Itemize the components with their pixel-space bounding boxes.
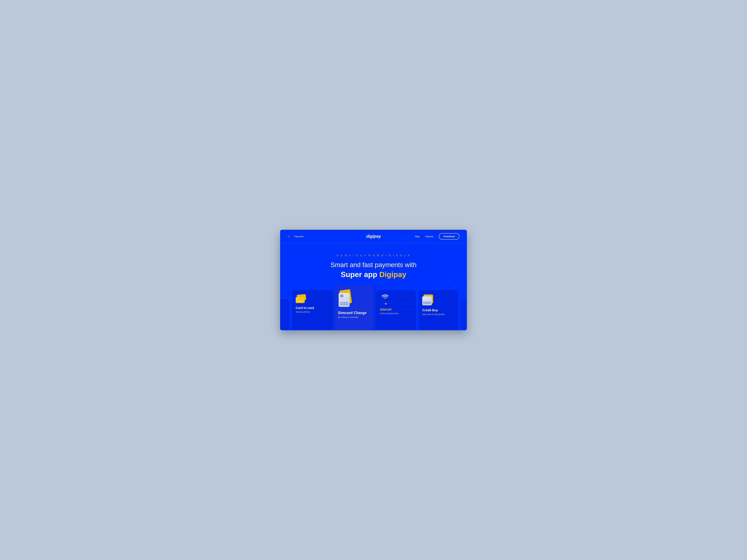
nav-download-button[interactable]: Download: [439, 233, 459, 240]
card-subtitle-simcard-charge: By setting a reminder: [338, 316, 358, 318]
service-label: S e r v i c e f r o m D I G I K a l a: [286, 254, 461, 257]
card-title-card-to-card: Card to card: [296, 306, 314, 310]
credit-card-icon: [296, 294, 307, 303]
service-card-simcard-charge[interactable]: Simcard Charge By setting a reminder: [334, 285, 374, 330]
service-card-internet[interactable]: Internet in the shortest time: [376, 290, 416, 330]
nav-right: Mag Reports Download: [415, 233, 459, 240]
card-partial-right: [461, 299, 467, 330]
hero-title: Super app Digipay: [286, 270, 461, 279]
service-card-credit-buy[interactable]: Credit Buy easy loan to buy goods: [418, 290, 458, 330]
nav-reports-link[interactable]: Reports: [425, 235, 433, 238]
card-title-credit-buy: Credit Buy: [422, 309, 438, 312]
hero-subtitle: Smart and fast payments with: [286, 261, 461, 269]
hero-title-part1: Super app: [341, 270, 379, 278]
nav-partial-item: G: [288, 235, 289, 238]
card-subtitle-internet: in the shortest time: [380, 312, 398, 315]
cards-wrapper: Card to card Smart and fast Sim: [280, 285, 467, 330]
nav-mag-link[interactable]: Mag: [415, 235, 419, 238]
service-card-card-to-card[interactable]: Card to card Smart and fast: [292, 290, 332, 330]
hero-section: S e r v i c e f r o m D I G I K a l a Sm…: [280, 243, 467, 285]
logo[interactable]: digipay: [366, 234, 381, 239]
card-title-internet: Internet: [380, 308, 391, 311]
internet-icon: [380, 294, 392, 304]
card-subtitle-card-to-card: Smart and fast: [296, 311, 310, 313]
nav-payment-link[interactable]: Payment: [294, 235, 304, 238]
card-partial-left: [280, 299, 289, 330]
hero-title-digipay: Digipay: [379, 270, 406, 278]
nav-left: G Payment: [288, 235, 304, 238]
navbar: G Payment digipay Mag Reports Download: [280, 230, 467, 243]
simcard-icon: [338, 290, 352, 307]
browser-window: G Payment digipay Mag Reports Download S…: [280, 230, 467, 330]
card-title-simcard-charge: Simcard Charge: [338, 311, 366, 315]
credit-buy-icon: [422, 294, 434, 305]
card-subtitle-credit-buy: easy loan to buy goods: [422, 313, 445, 316]
